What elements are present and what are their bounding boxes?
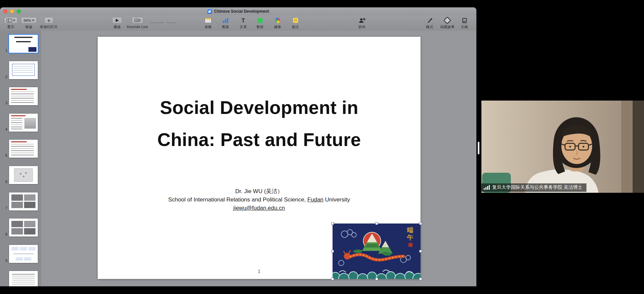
selection-handle-nw[interactable] bbox=[331, 222, 334, 225]
slide-thumbnail[interactable] bbox=[9, 140, 38, 158]
zoom-dropdown[interactable]: 94% 缩放 bbox=[20, 16, 37, 29]
window-title-text: Chinese Social Development bbox=[214, 9, 269, 14]
view-icon bbox=[7, 19, 12, 22]
selection-handle-s[interactable] bbox=[375, 278, 378, 280]
festival-seal-char-bottom: 午 bbox=[406, 234, 414, 241]
slide-thumbnail[interactable] bbox=[9, 271, 38, 286]
plus-icon: + bbox=[47, 18, 51, 23]
window-title: Chinese Social Development bbox=[207, 7, 269, 15]
media-icon bbox=[274, 17, 281, 24]
festival-seal-char-top: 端 bbox=[406, 227, 414, 233]
shape-icon bbox=[258, 18, 263, 23]
selection-handle-w[interactable] bbox=[331, 250, 334, 253]
toolbar: 显示 94% 缩放 + 添加幻灯片 播放 bbox=[0, 15, 476, 31]
keynote-doc-icon bbox=[207, 9, 212, 14]
presenter-portrait bbox=[481, 101, 644, 193]
slide-number: 5 bbox=[1, 153, 7, 157]
slide-number: 1 bbox=[1, 48, 7, 52]
selection-handle-sw[interactable] bbox=[331, 278, 334, 280]
document-icon bbox=[462, 18, 467, 23]
chevron-down-icon bbox=[32, 20, 34, 21]
chevron-down-icon bbox=[13, 20, 15, 21]
slide-number: 4 bbox=[1, 127, 7, 131]
slide-thumbnail[interactable] bbox=[9, 192, 38, 210]
animate-button[interactable]: 动画效果 bbox=[437, 16, 457, 29]
chart-icon bbox=[222, 18, 228, 23]
slide-title-textbox[interactable]: Social Development in China: Past and Fu… bbox=[98, 92, 421, 156]
selection-handle-n[interactable] bbox=[375, 222, 378, 225]
slide-navigator[interactable]: 123456789 bbox=[0, 31, 41, 286]
screen: Chinese Social Development 显示 94% 缩放 + 添… bbox=[0, 0, 644, 294]
add-slide-button[interactable]: + 添加幻灯片 bbox=[39, 16, 59, 29]
slide-thumbnail[interactable] bbox=[9, 245, 38, 263]
toolbar-separator bbox=[150, 22, 164, 23]
fudan-underlined: Fudan bbox=[307, 196, 324, 203]
slide: Social Development in China: Past and Fu… bbox=[98, 37, 421, 279]
signal-strength-icon bbox=[484, 185, 490, 190]
slide-number: 7 bbox=[1, 206, 7, 210]
slide-thumbnail[interactable] bbox=[9, 61, 38, 79]
insert-shape-button[interactable]: 形状 bbox=[253, 16, 267, 29]
festival-red-seal bbox=[408, 243, 412, 247]
author-line: Dr. Jie WU (吴洁） bbox=[98, 187, 421, 195]
collaborate-icon bbox=[358, 18, 366, 23]
titlebar[interactable]: Chinese Social Development bbox=[0, 7, 476, 16]
slide-number: 3 bbox=[1, 101, 7, 105]
traffic-lights bbox=[3, 9, 21, 13]
view-button[interactable]: 显示 bbox=[3, 16, 19, 29]
format-brush-icon bbox=[427, 18, 433, 23]
collaborate-button[interactable]: 协作 bbox=[354, 16, 370, 29]
slide-number: 8 bbox=[1, 232, 7, 236]
slide-title-line1: Social Development in bbox=[98, 92, 421, 124]
festival-image[interactable]: 端 午 bbox=[333, 224, 421, 279]
insert-comment-button[interactable]: 批注 bbox=[288, 16, 303, 29]
author-textbox[interactable]: Dr. Jie WU (吴洁） School of International … bbox=[98, 187, 421, 212]
comment-icon bbox=[293, 18, 298, 23]
slide-thumbnail[interactable] bbox=[9, 35, 38, 53]
minimize-button[interactable] bbox=[10, 9, 14, 13]
animate-diamond-icon bbox=[444, 17, 451, 24]
toolbar-separator bbox=[167, 22, 177, 23]
keynote-live-icon bbox=[134, 18, 141, 23]
table-icon bbox=[205, 18, 211, 23]
email-link[interactable]: jiewu@fudan.edu.cn bbox=[98, 204, 421, 212]
play-icon bbox=[116, 19, 119, 22]
insert-chart-button[interactable]: 图表 bbox=[218, 16, 233, 29]
insert-media-button[interactable]: 媒体 bbox=[270, 16, 285, 29]
scrollbar[interactable] bbox=[478, 142, 479, 154]
keynote-live-button[interactable]: Keynote Live bbox=[126, 16, 149, 29]
slide-number: 9 bbox=[1, 259, 7, 263]
slide-thumbnail[interactable] bbox=[9, 87, 38, 105]
webcam-video[interactable]: 复旦大学国际关系与公共事务学院 吴洁博士 bbox=[481, 101, 644, 193]
selection-handle-se[interactable] bbox=[419, 278, 422, 280]
play-button[interactable]: 播放 bbox=[110, 16, 124, 29]
selection-handle-ne[interactable] bbox=[419, 222, 422, 225]
document-button[interactable]: 文稿 bbox=[457, 16, 472, 29]
slide-thumbnail[interactable] bbox=[9, 114, 38, 132]
close-button[interactable] bbox=[3, 9, 7, 13]
slide-thumbnail[interactable] bbox=[9, 166, 38, 184]
insert-text-button[interactable]: T 文本 bbox=[236, 16, 251, 29]
text-icon: T bbox=[242, 18, 245, 23]
zoom-window-button[interactable] bbox=[17, 9, 21, 13]
slide-number: 2 bbox=[1, 75, 7, 79]
slide-canvas: Social Development in China: Past and Fu… bbox=[41, 31, 476, 286]
format-button[interactable]: 格式 bbox=[422, 16, 437, 29]
webcam-caption: 复旦大学国际关系与公共事务学院 吴洁博士 bbox=[481, 183, 586, 192]
slide-thumbnail[interactable] bbox=[9, 218, 38, 237]
affiliation-line: School of International Relations and Po… bbox=[98, 195, 421, 204]
keynote-window: Chinese Social Development 显示 94% 缩放 + 添… bbox=[0, 7, 476, 286]
webcam-caption-text: 复旦大学国际关系与公共事务学院 吴洁博士 bbox=[492, 184, 582, 190]
insert-table-button[interactable]: 表格 bbox=[201, 16, 215, 29]
slide-number: 6 bbox=[1, 180, 7, 184]
slide-title-line2: China: Past and Future bbox=[98, 124, 421, 156]
selection-handle-e[interactable] bbox=[419, 250, 422, 253]
